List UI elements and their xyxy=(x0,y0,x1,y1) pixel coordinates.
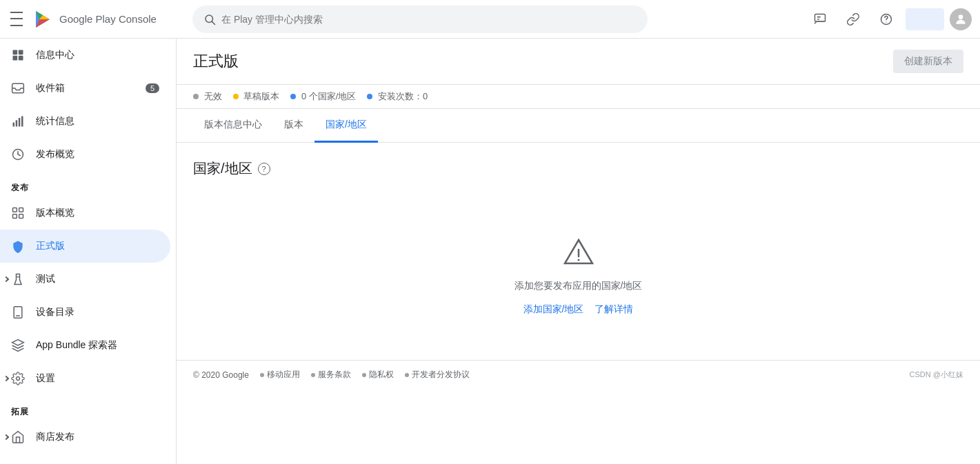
tab-version[interactable]: 版本 xyxy=(273,109,314,143)
feedback-button[interactable] xyxy=(806,6,834,33)
help-icon xyxy=(879,12,893,26)
sidebar-item-production[interactable]: 正式版 xyxy=(0,230,170,263)
svg-rect-26 xyxy=(19,214,23,219)
footer-mobile-app: 移动应用 xyxy=(260,369,300,381)
draft-status: 草稿版本 xyxy=(233,90,280,103)
footer-watermark: CSDN @小红妹 xyxy=(910,370,963,380)
section-title-row: 国家/地区 ? xyxy=(193,159,963,178)
empty-state-icon xyxy=(562,236,595,269)
search-input[interactable] xyxy=(221,14,637,25)
section-header-publish: 发布 xyxy=(0,171,176,196)
sidebar-item-dashboard[interactable]: 信息中心 xyxy=(0,39,170,72)
svg-rect-7 xyxy=(815,14,826,21)
footer-left: © 2020 Google 移动应用 服务条款 隐私权 开发者分发协议 xyxy=(193,369,470,381)
feedback-icon xyxy=(813,12,827,26)
invalid-status: 无效 xyxy=(193,90,222,103)
inbox-icon xyxy=(11,81,25,95)
svg-point-30 xyxy=(17,377,20,381)
logo-area[interactable]: Google Play Console xyxy=(30,7,157,32)
svg-rect-24 xyxy=(19,208,23,212)
countries-dot xyxy=(290,94,296,99)
status-bar: 无效 草稿版本 0 个国家/地区 安装次数：0 xyxy=(177,85,980,109)
sidebar-item-inbox[interactable]: 收件箱 5 xyxy=(0,72,170,105)
footer-dot-4 xyxy=(405,373,409,377)
user-avatar[interactable] xyxy=(950,8,972,30)
header-actions xyxy=(806,6,972,33)
footer-dot-2 xyxy=(311,373,315,377)
svg-rect-28 xyxy=(14,307,22,319)
footer-terms: 服务条款 xyxy=(311,369,351,381)
logo-text: Google Play Console xyxy=(59,13,157,25)
sidebar-item-settings[interactable]: 设置 xyxy=(0,362,170,395)
footer-dot-1 xyxy=(260,373,264,377)
expand-arrow-settings xyxy=(3,376,9,381)
app-bundle-icon xyxy=(11,339,25,352)
svg-rect-15 xyxy=(13,56,18,61)
sidebar-item-test[interactable]: 测试 xyxy=(0,263,170,296)
svg-rect-20 xyxy=(19,118,21,127)
sidebar-item-main-product-detail[interactable]: 主要商品详情 xyxy=(0,454,170,464)
stats-icon xyxy=(11,114,25,128)
section-help-icon[interactable]: ? xyxy=(258,163,270,175)
publish-overview-icon xyxy=(11,148,25,161)
sidebar-item-store-publish[interactable]: 商店发布 xyxy=(0,421,170,454)
svg-rect-9 xyxy=(817,19,819,20)
link-button[interactable] xyxy=(839,6,867,33)
tab-version-info[interactable]: 版本信息中心 xyxy=(193,109,273,143)
sidebar-label-settings: 设置 xyxy=(36,372,159,385)
footer-privacy: 隐私权 xyxy=(362,369,394,381)
link-icon xyxy=(846,12,860,26)
empty-state-text: 添加您要发布应用的国家/地区 xyxy=(514,280,643,292)
search-bar[interactable] xyxy=(192,6,648,33)
sidebar-label-store-publish: 商店发布 xyxy=(36,431,159,443)
learn-more-link[interactable]: 了解详情 xyxy=(594,303,633,316)
version-overview-icon xyxy=(11,206,25,220)
countries-status: 0 个国家/地区 xyxy=(290,90,356,103)
svg-rect-21 xyxy=(21,117,23,127)
page-title: 正式版 xyxy=(193,51,239,72)
invalid-dot xyxy=(193,94,199,99)
footer-developer-agreement: 开发者分发协议 xyxy=(405,369,470,381)
svg-rect-19 xyxy=(16,120,18,126)
section-header-expand: 拓展 xyxy=(0,395,176,421)
svg-point-11 xyxy=(886,21,886,22)
menu-button[interactable] xyxy=(8,11,25,28)
svg-rect-14 xyxy=(19,50,23,55)
sidebar-item-publish-overview[interactable]: 发布概览 xyxy=(0,138,170,171)
sidebar-label-device-catalog: 设备目录 xyxy=(36,306,159,319)
sidebar-item-app-bundle[interactable]: App Bundle 探索器 xyxy=(0,329,170,362)
sidebar-item-stats[interactable]: 统计信息 xyxy=(0,105,170,138)
content-header: 正式版 创建新版本 xyxy=(177,39,980,85)
header-left: Google Play Console xyxy=(8,7,184,32)
dashboard-icon xyxy=(11,48,25,62)
svg-rect-18 xyxy=(13,123,15,127)
empty-state: 添加您要发布应用的国家/地区 添加国家/地区 了解详情 xyxy=(193,194,963,343)
tab-countries[interactable]: 国家/地区 xyxy=(314,109,378,143)
tab-content-countries: 国家/地区 ? 添加您要发布应用的国家/地区 添加国家/地区 了解详情 xyxy=(177,143,980,360)
sidebar-item-device-catalog[interactable]: 设备目录 xyxy=(0,296,170,329)
avatar-icon xyxy=(954,12,968,26)
help-button[interactable] xyxy=(872,6,900,33)
svg-line-6 xyxy=(212,21,214,24)
sidebar-label-inbox: 收件箱 xyxy=(36,82,134,94)
store-publish-icon xyxy=(11,430,25,444)
sidebar-item-version-overview[interactable]: 版本概览 xyxy=(0,196,170,230)
test-icon xyxy=(11,272,25,286)
svg-rect-13 xyxy=(13,50,18,55)
sidebar-label-production: 正式版 xyxy=(36,240,159,252)
expand-arrow-store xyxy=(3,434,9,440)
installs-dot xyxy=(367,94,372,99)
sidebar-label-stats: 统计信息 xyxy=(36,115,159,128)
svg-rect-16 xyxy=(19,56,23,61)
svg-point-12 xyxy=(959,14,963,19)
main-layout: 信息中心 收件箱 5 统计信息 xyxy=(0,39,980,464)
draft-dot xyxy=(233,94,239,99)
footer-copyright: © 2020 Google xyxy=(193,370,249,380)
svg-rect-8 xyxy=(817,16,821,17)
main-content: 正式版 创建新版本 无效 草稿版本 0 个国家/地区 安装次数：0 xyxy=(177,39,980,464)
create-version-button[interactable]: 创建新版本 xyxy=(893,50,963,73)
sidebar-label-app-bundle: App Bundle 探索器 xyxy=(36,339,159,352)
tab-bar: 版本信息中心 版本 国家/地区 xyxy=(177,109,980,143)
add-countries-link[interactable]: 添加国家/地区 xyxy=(523,303,584,316)
header-rect-button[interactable] xyxy=(906,8,944,30)
